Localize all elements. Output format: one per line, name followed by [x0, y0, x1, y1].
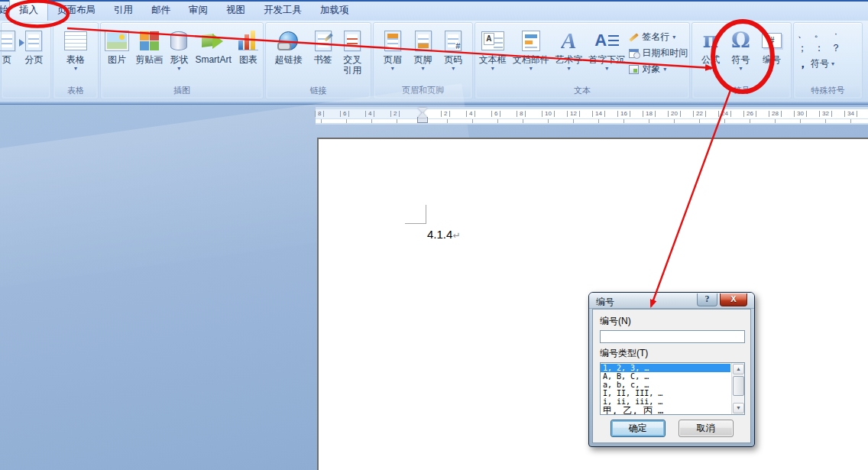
chevron-down-icon: ▾ — [452, 65, 455, 72]
ruler-number: 30 — [794, 111, 807, 117]
ruler-number: 24 — [718, 111, 731, 117]
dialog-help-button[interactable]: ? — [697, 293, 717, 306]
listbox-scrollbar[interactable]: ▲ ▼ — [731, 363, 744, 414]
tab-加载项[interactable]: 加载项 — [311, 0, 358, 21]
cancel-button[interactable]: 取消 — [679, 420, 734, 437]
scrollbar-thumb[interactable] — [733, 376, 744, 396]
quick-symbol-button[interactable]: ： — [811, 41, 827, 54]
number-type-option[interactable]: I, II, III, … — [601, 389, 730, 397]
tab-邮件[interactable]: 邮件 — [142, 0, 180, 21]
word-art-icon: A — [561, 29, 576, 52]
word-art-button[interactable]: A 艺术字 ▾ — [552, 26, 585, 73]
chart-button[interactable]: 图表 — [236, 26, 261, 66]
quick-symbol-button[interactable]: ？ — [828, 41, 844, 54]
symbols-group-label: 符号 — [694, 85, 789, 97]
ruler-number: 34 — [844, 111, 857, 117]
number-button[interactable]: # 编号 — [760, 26, 784, 66]
smartart-icon — [202, 31, 225, 50]
smartart-button[interactable]: SmartArt — [193, 26, 233, 66]
footer-button[interactable]: 页脚 ▾ — [412, 26, 435, 73]
hyperlink-button[interactable]: 超链接 — [273, 26, 305, 66]
clipart-button[interactable]: 剪贴画 — [133, 26, 165, 66]
picture-icon — [105, 31, 128, 50]
chevron-down-icon: ▾ — [74, 65, 77, 72]
quick-symbol-button[interactable]: 。 — [811, 27, 827, 40]
illustrations-group-label: 插图 — [102, 85, 261, 97]
shapes-icon — [170, 31, 187, 50]
header-button[interactable]: 页眉 ▾ — [381, 26, 404, 73]
dialog-close-button[interactable]: X — [720, 293, 747, 306]
quick-symbol-button[interactable]: · — [828, 27, 844, 40]
equation-button[interactable]: π 公式 ▾ — [699, 26, 722, 73]
number-type-option[interactable]: A, B, C, … — [601, 372, 730, 381]
object-icon — [629, 65, 639, 74]
ok-button[interactable]: 确定 — [611, 420, 666, 437]
drop-cap-button[interactable]: A 首字下沉 ▾ — [586, 26, 627, 73]
comma-symbol-button[interactable]: ， — [797, 57, 808, 71]
ribbon-group-tables: 表格 ▾ 表格 — [53, 22, 99, 99]
special-symbol-dropdown-button[interactable]: 符号 — [811, 57, 829, 70]
number-input[interactable] — [600, 330, 745, 343]
date-time-icon — [629, 49, 639, 58]
symbol-button[interactable]: Ω 符号 ▾ — [729, 26, 753, 73]
ribbon-group-text: 文本框 ▾ 文档部件 ▾ A 艺术字 ▾ A 首字 — [474, 22, 690, 99]
page-number-icon — [445, 31, 462, 51]
blank-page-icon — [0, 31, 15, 51]
scroll-down-icon[interactable]: ▼ — [733, 403, 744, 413]
number-type-option[interactable]: 1, 2, 3, … — [601, 364, 730, 372]
cross-reference-button[interactable]: 交叉 引用 — [341, 26, 364, 76]
indent-marker[interactable] — [418, 108, 427, 124]
chevron-down-icon: ▾ — [391, 65, 394, 72]
header-icon — [384, 31, 401, 51]
picture-button[interactable]: 图片 — [103, 26, 131, 66]
ruler-number: 16 — [617, 111, 630, 117]
date-time-button[interactable]: 日期和时间 — [629, 47, 688, 60]
ruler-number: 2 — [441, 111, 450, 117]
signature-line-button[interactable]: 签名行 ▾ — [629, 31, 688, 44]
ruler-number: 2 — [390, 111, 400, 117]
tab-审阅[interactable]: 审阅 — [180, 0, 217, 21]
ruler-number: 28 — [769, 111, 782, 117]
text-group-label: 文本 — [477, 85, 688, 97]
horizontal-ruler[interactable]: 8642246810121416182022242628303234 — [316, 107, 868, 125]
ruler-number: 4 — [365, 111, 374, 117]
number-type-listbox[interactable]: 1, 2, 3, …A, B, C, …a, b, c, …I, II, III… — [600, 362, 745, 415]
number-type-option[interactable]: a, b, c, … — [601, 381, 730, 389]
chevron-down-icon: ▾ — [831, 60, 834, 67]
ruler-number: 6 — [491, 111, 500, 117]
quick-parts-icon — [522, 31, 540, 51]
chevron-down-icon: ▾ — [491, 65, 494, 72]
shapes-button[interactable]: 形状 ▾ — [167, 26, 190, 73]
chevron-down-icon: ▾ — [567, 65, 570, 72]
tab-插入[interactable]: 插入 — [9, 0, 48, 21]
tab-home-clipped[interactable]: 开始 — [0, 0, 9, 21]
scroll-up-icon[interactable]: ▲ — [733, 364, 744, 374]
number-type-option[interactable]: 甲, 乙, 丙 … — [601, 406, 730, 415]
quick-parts-button[interactable]: 文档部件 ▾ — [510, 26, 552, 73]
text-box-button[interactable]: 文本框 ▾ — [477, 26, 509, 73]
word-window: 开始 插入页面布局引用邮件审阅视图开发工具加载项 页 分页 — [0, 0, 868, 470]
tab-视图[interactable]: 视图 — [217, 0, 254, 21]
chevron-down-icon: ▾ — [421, 65, 424, 72]
chevron-down-icon: ▾ — [672, 34, 675, 41]
symbol-omega-icon: Ω — [731, 29, 750, 52]
ruler-number: 22 — [693, 111, 706, 117]
tab-引用[interactable]: 引用 — [105, 0, 142, 21]
object-button[interactable]: 对象 ▾ — [629, 63, 688, 76]
ruler-number: 18 — [643, 111, 656, 117]
tables-group-label: 表格 — [55, 85, 96, 97]
quick-symbol-button[interactable]: ； — [795, 41, 810, 54]
quick-symbol-button[interactable]: 、 — [795, 27, 810, 40]
number-type-items: 1, 2, 3, …A, B, C, …a, b, c, …I, II, III… — [601, 364, 730, 415]
ruler-number: 26 — [743, 111, 756, 117]
page-number-button[interactable]: 页码 ▾ — [442, 26, 465, 73]
bookmark-button[interactable]: 书签 — [312, 26, 335, 66]
page-break-button[interactable]: 分页 — [22, 26, 45, 66]
document-heading[interactable]: 4.1.4↵ — [427, 228, 460, 241]
signature-pen-icon — [629, 33, 639, 41]
table-button[interactable]: 表格 ▾ — [62, 26, 89, 73]
tab-页面布局[interactable]: 页面布局 — [48, 0, 105, 21]
number-icon: # — [762, 33, 782, 48]
blank-page-button-clipped[interactable]: 页 — [0, 26, 18, 66]
tab-开发工具[interactable]: 开发工具 — [254, 0, 311, 21]
